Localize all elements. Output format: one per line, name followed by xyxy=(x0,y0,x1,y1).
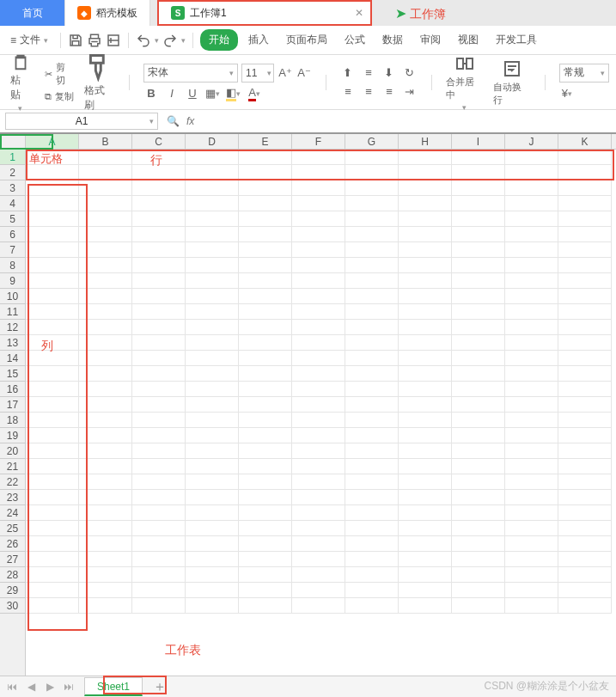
fx-icon[interactable]: fx xyxy=(186,115,194,127)
cell[interactable] xyxy=(186,521,239,536)
cell[interactable] xyxy=(186,413,239,428)
cell[interactable] xyxy=(26,304,79,320)
font-color-button[interactable]: A▾ xyxy=(247,86,262,101)
number-format-select[interactable]: 常规▾ xyxy=(559,64,609,83)
cell[interactable] xyxy=(26,397,79,413)
cell[interactable] xyxy=(345,258,399,273)
cell[interactable] xyxy=(79,567,132,583)
cell[interactable] xyxy=(345,443,399,459)
cell[interactable] xyxy=(345,536,399,552)
cell[interactable] xyxy=(505,583,558,598)
cell[interactable] xyxy=(186,165,239,180)
row-header[interactable]: 28 xyxy=(0,567,25,583)
column-header[interactable]: A xyxy=(26,134,79,149)
cell[interactable] xyxy=(399,397,452,413)
cell[interactable] xyxy=(452,242,505,258)
select-all-corner[interactable] xyxy=(0,134,26,150)
redo-icon[interactable] xyxy=(162,33,178,48)
row-header[interactable]: 29 xyxy=(0,583,25,598)
cell[interactable] xyxy=(505,304,558,320)
column-header[interactable]: K xyxy=(558,134,612,149)
cell[interactable] xyxy=(26,583,79,598)
cell[interactable] xyxy=(452,552,505,567)
cell[interactable] xyxy=(186,397,239,413)
row-header[interactable]: 13 xyxy=(0,335,25,351)
format-painter-button[interactable]: 格式刷 xyxy=(84,52,115,113)
tab-daoke[interactable]: ◆ 稻壳模板 xyxy=(65,0,150,26)
row-header[interactable]: 9 xyxy=(0,273,25,289)
cell[interactable] xyxy=(399,474,452,490)
cell[interactable] xyxy=(505,443,558,459)
cell[interactable] xyxy=(292,335,345,351)
cell[interactable] xyxy=(26,180,79,196)
cell[interactable] xyxy=(26,443,79,459)
add-sheet-button[interactable]: ＋ xyxy=(148,678,172,696)
cell[interactable] xyxy=(186,196,239,211)
cell[interactable] xyxy=(399,567,452,583)
cell[interactable] xyxy=(186,536,239,552)
cell[interactable] xyxy=(452,258,505,273)
cell[interactable] xyxy=(452,459,505,474)
cell[interactable] xyxy=(186,258,239,273)
cell[interactable] xyxy=(399,552,452,567)
row-header[interactable]: 3 xyxy=(0,180,25,196)
cell[interactable] xyxy=(132,474,186,490)
cell[interactable] xyxy=(79,335,132,351)
column-header[interactable]: H xyxy=(399,134,452,149)
cell[interactable] xyxy=(292,567,345,583)
cell[interactable] xyxy=(505,552,558,567)
cell[interactable] xyxy=(345,459,399,474)
cell[interactable] xyxy=(239,351,292,366)
cell[interactable] xyxy=(345,366,399,382)
cell[interactable] xyxy=(26,289,79,304)
cell[interactable] xyxy=(132,180,186,196)
cell[interactable] xyxy=(292,536,345,552)
copy-button[interactable]: ⧉复制 xyxy=(45,90,75,103)
row-header[interactable]: 20 xyxy=(0,443,25,459)
cell[interactable] xyxy=(239,474,292,490)
menu-start[interactable]: 开始 xyxy=(200,29,238,51)
cell[interactable] xyxy=(79,258,132,273)
cell[interactable] xyxy=(132,521,186,536)
cell[interactable] xyxy=(26,459,79,474)
cell[interactable] xyxy=(345,397,399,413)
chevron-down-icon[interactable]: ▾ xyxy=(155,36,159,45)
cell[interactable] xyxy=(505,366,558,382)
chevron-down-icon[interactable]: ▾ xyxy=(149,117,154,125)
cell[interactable] xyxy=(505,227,558,242)
italic-button[interactable]: I xyxy=(164,86,180,101)
cell[interactable] xyxy=(505,490,558,505)
cell[interactable] xyxy=(186,273,239,289)
underline-button[interactable]: U xyxy=(185,86,200,101)
cell[interactable] xyxy=(505,273,558,289)
row-header[interactable]: 4 xyxy=(0,196,25,211)
cell[interactable] xyxy=(292,150,345,165)
close-icon[interactable]: ✕ xyxy=(355,7,363,19)
sheet-tab[interactable]: Sheet1 xyxy=(84,677,143,696)
row-header[interactable]: 23 xyxy=(0,490,25,505)
cell[interactable] xyxy=(399,505,452,521)
tab-workbook[interactable]: S 工作簿1 ✕ xyxy=(157,0,372,26)
cell[interactable] xyxy=(399,258,452,273)
cell[interactable] xyxy=(132,335,186,351)
cell[interactable] xyxy=(452,366,505,382)
row-header[interactable]: 10 xyxy=(0,289,25,304)
cell[interactable] xyxy=(239,413,292,428)
menu-devtools[interactable]: 开发工具 xyxy=(489,29,544,51)
cell[interactable] xyxy=(292,413,345,428)
cell[interactable] xyxy=(292,505,345,521)
cell[interactable] xyxy=(239,180,292,196)
cell[interactable] xyxy=(186,443,239,459)
cell[interactable] xyxy=(79,165,132,180)
cell[interactable] xyxy=(79,382,132,397)
font-name-select[interactable]: 宋体▾ xyxy=(143,64,238,83)
cell[interactable] xyxy=(558,211,612,227)
cell[interactable] xyxy=(132,536,186,552)
cell[interactable] xyxy=(239,490,292,505)
cell[interactable] xyxy=(186,211,239,227)
cell[interactable] xyxy=(79,320,132,335)
cell[interactable] xyxy=(79,521,132,536)
cell[interactable] xyxy=(79,196,132,211)
cell[interactable] xyxy=(505,397,558,413)
cell[interactable] xyxy=(239,335,292,351)
